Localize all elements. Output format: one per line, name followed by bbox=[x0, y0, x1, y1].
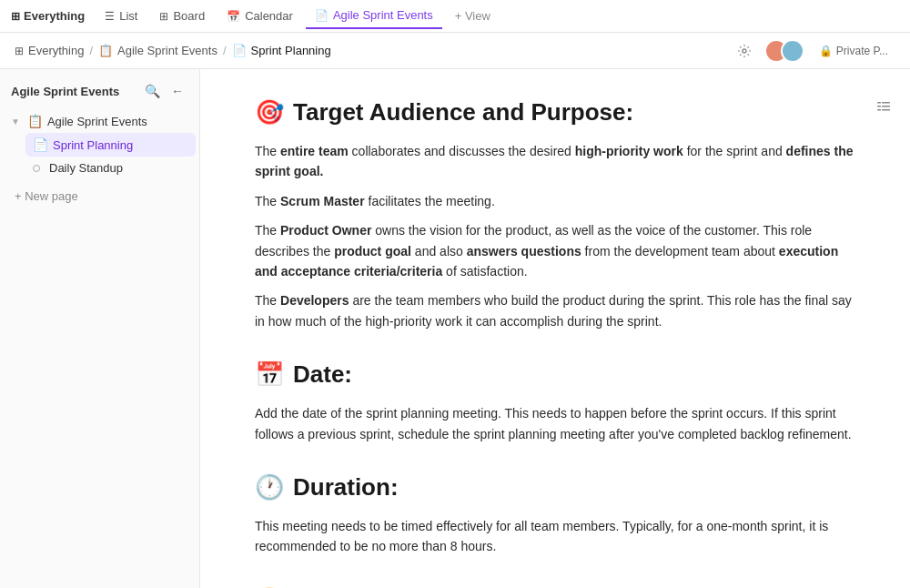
para-date: Add the date of the sprint planning meet… bbox=[255, 403, 855, 444]
breadcrumb-agile-sprint-events[interactable]: 📋 Agile Sprint Events bbox=[98, 44, 217, 57]
grid-icon: ⊞ bbox=[11, 10, 20, 23]
sidebar-item-daily-standup[interactable]: Daily Standup bbox=[25, 157, 196, 179]
svg-rect-1 bbox=[877, 102, 881, 104]
list-icon: ☰ bbox=[105, 10, 115, 23]
calendar-icon: 📅 bbox=[227, 10, 240, 23]
breadcrumb-everything[interactable]: ⊞ Everything bbox=[15, 44, 84, 57]
page-icon: 📄 bbox=[33, 137, 47, 152]
group-icon: 📋 bbox=[27, 114, 42, 128]
add-view-button[interactable]: + View bbox=[446, 5, 500, 26]
svg-rect-2 bbox=[882, 102, 890, 104]
tab-list[interactable]: ☰ List bbox=[96, 4, 147, 29]
sidebar-item-agile-sprint-events[interactable]: ▼ 📋 Agile Sprint Events bbox=[4, 109, 196, 133]
tab-calendar[interactable]: 📅 Calendar bbox=[217, 4, 302, 29]
calendar-emoji: 📅 bbox=[255, 360, 284, 389]
main-layout: Agile Sprint Events 🔍 ← ▼ 📋 Agile Sprint… bbox=[0, 69, 910, 588]
sidebar-collapse-btn[interactable]: ← bbox=[167, 80, 188, 102]
svg-rect-4 bbox=[882, 106, 890, 107]
sidebar-section: ▼ 📋 Agile Sprint Events 📄 Sprint Plannin… bbox=[0, 109, 199, 181]
para-entire-team: The entire team collaborates and discuss… bbox=[255, 141, 855, 182]
breadcrumb-actions: 🔒 Private P... bbox=[732, 38, 895, 64]
para-product-owner: The Product Owner owns the vision for th… bbox=[255, 220, 855, 281]
content-area: 🎯 Target Audience and Purpose: The entir… bbox=[200, 69, 910, 588]
svg-rect-6 bbox=[882, 109, 890, 111]
section-target-audience: 🎯 Target Audience and Purpose: The entir… bbox=[255, 98, 855, 331]
sidebar-group-agile: ▼ 📋 Agile Sprint Events 📄 Sprint Plannin… bbox=[4, 109, 196, 179]
breadcrumb-sprint-planning[interactable]: 📄 Sprint Planning bbox=[232, 44, 331, 57]
sidebar-title: Agile Sprint Events bbox=[11, 85, 119, 98]
heading-date: 📅 Date: bbox=[255, 360, 855, 389]
svg-point-0 bbox=[743, 49, 746, 53]
sidebar-search-btn[interactable]: 🔍 bbox=[141, 80, 163, 102]
app-title[interactable]: ⊞ Everything bbox=[11, 9, 85, 23]
heading-target-audience: 🎯 Target Audience and Purpose: bbox=[255, 98, 855, 127]
top-nav: ⊞ Everything ☰ List ⊞ Board 📅 Calendar 📄… bbox=[0, 0, 910, 33]
grid-icon-small: ⊞ bbox=[15, 45, 24, 57]
heading-duration: 🕐 Duration: bbox=[255, 473, 855, 502]
breadcrumb-sep-1: / bbox=[89, 44, 93, 57]
toc-icon[interactable] bbox=[875, 98, 892, 118]
new-page-button[interactable]: + New page bbox=[4, 185, 196, 208]
breadcrumb-sep-2: / bbox=[223, 44, 227, 57]
settings-icon-btn[interactable] bbox=[732, 38, 757, 64]
breadcrumb-bar: ⊞ Everything / 📋 Agile Sprint Events / 📄… bbox=[0, 33, 910, 69]
sidebar-header: Agile Sprint Events 🔍 ← bbox=[0, 69, 199, 109]
board-icon: ⊞ bbox=[159, 10, 168, 23]
para-developers: The Developers are the team members who … bbox=[255, 290, 855, 331]
doc-icon: 📄 bbox=[315, 9, 329, 22]
svg-rect-3 bbox=[877, 106, 881, 107]
tab-agile-sprint-events[interactable]: 📄 Agile Sprint Events bbox=[306, 4, 442, 29]
sidebar: Agile Sprint Events 🔍 ← ▼ 📋 Agile Sprint… bbox=[0, 69, 200, 588]
settings-icon bbox=[737, 44, 752, 58]
sidebar-actions: 🔍 ← bbox=[141, 80, 188, 102]
sidebar-children: 📄 Sprint Planning Daily Standup bbox=[4, 133, 196, 179]
section-duration: 🕐 Duration: This meeting needs to be tim… bbox=[255, 473, 855, 557]
section-date: 📅 Date: Add the date of the sprint plann… bbox=[255, 360, 855, 444]
tab-board[interactable]: ⊞ Board bbox=[150, 4, 214, 29]
avatar-2 bbox=[781, 39, 804, 63]
svg-rect-5 bbox=[877, 109, 881, 111]
page-icon-breadcrumb: 📄 bbox=[232, 44, 247, 57]
doc-icon-breadcrumb: 📋 bbox=[98, 44, 113, 57]
para-duration: This meeting needs to be timed effective… bbox=[255, 516, 855, 557]
sidebar-item-sprint-planning[interactable]: 📄 Sprint Planning bbox=[25, 133, 196, 157]
private-button[interactable]: 🔒 Private P... bbox=[812, 41, 895, 61]
target-emoji: 🎯 bbox=[255, 98, 284, 127]
lock-icon: 🔒 bbox=[819, 45, 833, 57]
avatar-group bbox=[764, 39, 804, 63]
clock-emoji: 🕐 bbox=[255, 473, 284, 502]
chevron-down-icon: ▼ bbox=[11, 117, 20, 127]
para-scrum-master: The Scrum Master facilitates the meeting… bbox=[255, 191, 855, 211]
circle-icon bbox=[33, 165, 40, 172]
